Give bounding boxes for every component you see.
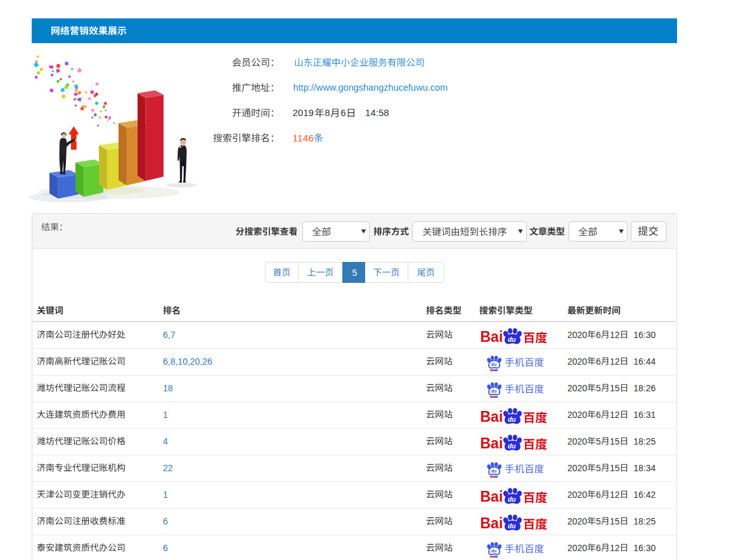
svg-text:5: 5 [596,383,601,393]
svg-text:1: 1 [163,410,168,420]
svg-text:16:30: 16:30 [633,543,655,553]
svg-text:2019: 2019 [293,107,314,118]
svg-text:du: du [508,336,516,343]
svg-text:16:42: 16:42 [633,490,655,500]
svg-text:18:26: 18:26 [633,383,655,393]
svg-text:6: 6 [596,410,601,420]
svg-text:8: 8 [325,107,330,118]
svg-text:5: 5 [352,268,358,278]
svg-text:6: 6 [596,330,601,340]
svg-text:Bai: Bai [481,408,503,425]
svg-text:6: 6 [596,543,601,553]
svg-text:du: du [508,443,516,450]
svg-text:18:34: 18:34 [633,463,655,473]
svg-text:du: du [491,389,497,393]
svg-text:18:25: 18:25 [633,436,655,446]
svg-text:16:44: 16:44 [633,356,655,367]
svg-text:2020: 2020 [567,330,587,340]
svg-text:14:58: 14:58 [365,107,389,118]
svg-text:22: 22 [163,463,173,473]
svg-text:2020: 2020 [567,356,587,367]
svg-text:6: 6 [340,107,345,118]
svg-text:6,7: 6,7 [163,330,176,340]
svg-text:Bai: Bai [481,515,503,531]
svg-text:6: 6 [596,356,601,367]
svg-text:15: 15 [610,463,620,473]
svg-text:12: 12 [610,490,620,500]
svg-text:du: du [508,416,516,423]
svg-text:2020: 2020 [567,490,587,500]
svg-text:12: 12 [610,330,620,340]
svg-text:Bai: Bai [481,329,503,345]
svg-text:4: 4 [163,436,168,446]
svg-text:2020: 2020 [567,463,587,473]
svg-text:2020: 2020 [567,436,587,446]
svg-text:2020: 2020 [567,516,587,526]
svg-text:6: 6 [163,516,168,526]
svg-text:Bai: Bai [481,488,503,505]
svg-text:1146: 1146 [293,133,314,143]
svg-text:15: 15 [610,383,620,393]
svg-text:du: du [491,549,497,553]
svg-text:12: 12 [610,410,620,420]
svg-text:16:31: 16:31 [633,410,655,420]
svg-text:du: du [491,362,497,367]
svg-text:Bai: Bai [481,435,503,452]
svg-text:du: du [508,523,516,530]
svg-text:18: 18 [163,383,173,393]
svg-text:12: 12 [610,356,620,367]
svg-text:http://www.gongshangzhucefuwu.: http://www.gongshangzhucefuwu.com [294,82,448,93]
svg-text:5: 5 [596,516,601,526]
svg-text:6: 6 [163,543,168,553]
svg-text:5: 5 [596,463,601,473]
svg-text:15: 15 [610,516,620,526]
svg-text:18:25: 18:25 [633,516,655,526]
svg-text:du: du [508,496,516,503]
svg-text:du: du [491,469,497,473]
svg-text:16:30: 16:30 [633,330,655,340]
svg-text:2020: 2020 [567,543,587,553]
svg-text:2020: 2020 [567,410,587,420]
svg-text:6: 6 [596,490,601,500]
svg-text:12: 12 [610,543,620,553]
svg-text:1: 1 [163,490,168,500]
svg-text:2020: 2020 [567,383,587,393]
svg-text:15: 15 [610,436,620,446]
svg-text:5: 5 [596,436,601,446]
svg-text:6,8,10,20,26: 6,8,10,20,26 [163,356,212,367]
